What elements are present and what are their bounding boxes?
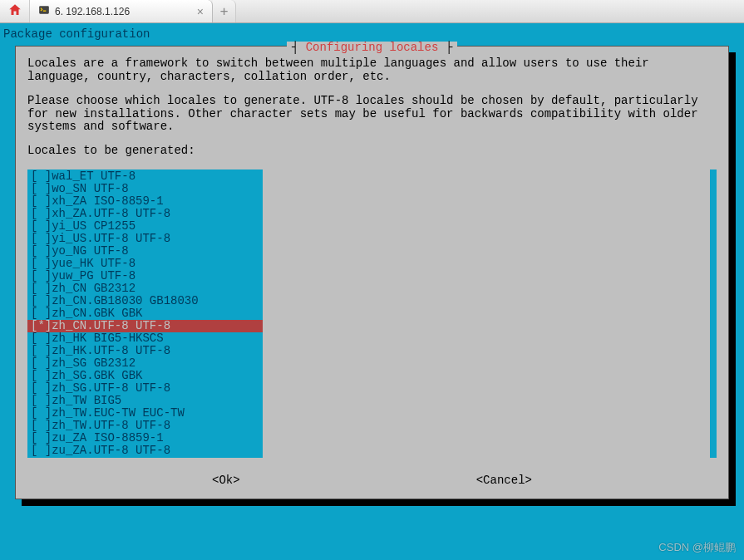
locale-label: yo_NG UTF-8 xyxy=(52,245,128,258)
locale-item[interactable]: [ ] zh_CN.GB18030 GB18030 xyxy=(27,295,263,307)
checkbox-icon[interactable]: [ ] xyxy=(31,382,52,395)
watermark: CSDN @柳鲲鹏 xyxy=(658,540,736,555)
checkbox-icon[interactable]: [ ] xyxy=(31,270,52,282)
locale-item[interactable]: [ ] yue_HK UTF-8 xyxy=(27,258,263,270)
checkbox-icon[interactable]: [ ] xyxy=(31,233,52,245)
locale-item[interactable]: [ ] yi_US.UTF-8 UTF-8 xyxy=(27,233,263,245)
locale-item[interactable]: [ ] zh_TW.UTF-8 UTF-8 xyxy=(27,420,263,432)
checkbox-icon[interactable]: [ ] xyxy=(31,432,52,445)
locale-label: zh_TW.UTF-8 UTF-8 xyxy=(52,420,170,432)
locale-item[interactable]: [ ] zu_ZA.UTF-8 UTF-8 xyxy=(27,445,263,457)
ok-button[interactable]: <Ok> xyxy=(212,474,240,487)
checkbox-icon[interactable]: [ ] xyxy=(31,395,52,407)
scrollbar[interactable] xyxy=(710,169,717,458)
locale-label: zh_CN.GB18030 GB18030 xyxy=(52,295,198,307)
checkbox-icon[interactable]: [ ] xyxy=(31,407,52,420)
checkbox-icon[interactable]: [ ] xyxy=(31,282,52,295)
locale-item[interactable]: [ ] yo_NG UTF-8 xyxy=(27,245,263,258)
locale-item[interactable]: [ ] xh_ZA ISO-8859-1 xyxy=(27,195,263,208)
checkbox-icon[interactable]: [ ] xyxy=(31,183,52,195)
locale-label: xh_ZA ISO-8859-1 xyxy=(52,195,163,208)
checkbox-icon[interactable]: [ ] xyxy=(31,258,52,270)
plus-icon: + xyxy=(220,3,229,19)
locale-item[interactable]: [ ] zh_HK.UTF-8 UTF-8 xyxy=(27,345,263,357)
checkbox-icon[interactable]: [ ] xyxy=(31,170,52,183)
locale-label: zh_SG GB2312 xyxy=(52,357,135,370)
terminal-icon xyxy=(38,4,50,18)
checkbox-icon[interactable]: [ ] xyxy=(31,245,52,258)
locale-list[interactable]: [ ] wal_ET UTF-8[ ] wo_SN UTF-8[ ] xh_ZA… xyxy=(27,169,263,458)
checkbox-icon[interactable]: [ ] xyxy=(31,420,52,432)
locale-label: zh_SG.GBK GBK xyxy=(52,370,142,382)
locale-label: zh_CN.GBK GBK xyxy=(52,307,142,320)
locale-label: yue_HK UTF-8 xyxy=(52,258,135,270)
locale-item[interactable]: [*] zh_CN.UTF-8 UTF-8 xyxy=(27,320,263,332)
checkbox-icon[interactable]: [ ] xyxy=(31,332,52,345)
browser-tab-bar: 6. 192.168.1.126 × + xyxy=(0,0,744,23)
locale-label: xh_ZA.UTF-8 UTF-8 xyxy=(52,208,170,220)
configure-locales-dialog: Configuring locales Locales are a framew… xyxy=(15,46,729,499)
locale-item[interactable]: [ ] xh_ZA.UTF-8 UTF-8 xyxy=(27,208,263,220)
list-label: Locales to be generated: xyxy=(27,145,717,157)
package-config-header: Package configuration xyxy=(0,23,744,42)
checkbox-icon[interactable]: [*] xyxy=(31,320,52,332)
locale-label: zh_CN.UTF-8 UTF-8 xyxy=(52,320,170,332)
locale-label: wal_ET UTF-8 xyxy=(52,170,135,183)
home-icon xyxy=(7,2,22,20)
checkbox-icon[interactable]: [ ] xyxy=(31,195,52,208)
locale-item[interactable]: [ ] yi_US CP1255 xyxy=(27,220,263,233)
locale-label: yi_US.UTF-8 UTF-8 xyxy=(52,233,170,245)
locale-item[interactable]: [ ] wal_ET UTF-8 xyxy=(27,170,263,183)
locale-label: zh_TW BIG5 xyxy=(52,395,121,407)
dialog-title: Configuring locales xyxy=(287,42,457,54)
locale-item[interactable]: [ ] zh_SG.GBK GBK xyxy=(27,370,263,382)
locale-item[interactable]: [ ] zh_SG GB2312 xyxy=(27,357,263,370)
dialog-paragraph-1: Locales are a framework to switch betwee… xyxy=(27,57,717,83)
locale-item[interactable]: [ ] yuw_PG UTF-8 xyxy=(27,270,263,282)
locale-item[interactable]: [ ] zh_HK BIG5-HKSCS xyxy=(27,332,263,345)
locale-item[interactable]: [ ] zh_SG.UTF-8 UTF-8 xyxy=(27,382,263,395)
svg-rect-0 xyxy=(39,6,49,13)
locale-label: zu_ZA.UTF-8 UTF-8 xyxy=(52,445,170,457)
checkbox-icon[interactable]: [ ] xyxy=(31,295,52,307)
locale-label: wo_SN UTF-8 xyxy=(52,183,128,195)
new-tab-button[interactable]: + xyxy=(213,0,236,22)
checkbox-icon[interactable]: [ ] xyxy=(31,345,52,357)
locale-label: zh_TW.EUC-TW EUC-TW xyxy=(52,407,185,420)
checkbox-icon[interactable]: [ ] xyxy=(31,357,52,370)
locale-item[interactable]: [ ] zu_ZA ISO-8859-1 xyxy=(27,432,263,445)
tab-title: 6. 192.168.1.126 xyxy=(55,6,130,17)
locale-label: zh_CN GB2312 xyxy=(52,282,135,295)
locale-label: zu_ZA ISO-8859-1 xyxy=(52,432,163,445)
locale-label: yuw_PG UTF-8 xyxy=(52,270,135,282)
home-button[interactable] xyxy=(0,0,30,22)
checkbox-icon[interactable]: [ ] xyxy=(31,445,52,457)
locale-label: yi_US CP1255 xyxy=(52,220,135,233)
checkbox-icon[interactable]: [ ] xyxy=(31,208,52,220)
locale-label: zh_HK BIG5-HKSCS xyxy=(52,332,163,345)
cancel-button[interactable]: <Cancel> xyxy=(476,474,532,487)
locale-item[interactable]: [ ] wo_SN UTF-8 xyxy=(27,183,263,195)
terminal-area: Package configuration Configuring locale… xyxy=(0,23,744,560)
checkbox-icon[interactable]: [ ] xyxy=(31,307,52,320)
checkbox-icon[interactable]: [ ] xyxy=(31,370,52,382)
locale-item[interactable]: [ ] zh_TW.EUC-TW EUC-TW xyxy=(27,407,263,420)
locale-item[interactable]: [ ] zh_CN GB2312 xyxy=(27,282,263,295)
locale-label: zh_SG.UTF-8 UTF-8 xyxy=(52,382,170,395)
locale-item[interactable]: [ ] zh_TW BIG5 xyxy=(27,395,263,407)
locale-item[interactable]: [ ] zh_CN.GBK GBK xyxy=(27,307,263,320)
locale-label: zh_HK.UTF-8 UTF-8 xyxy=(52,345,170,357)
close-icon[interactable]: × xyxy=(197,5,204,18)
browser-tab[interactable]: 6. 192.168.1.126 × xyxy=(30,0,213,22)
checkbox-icon[interactable]: [ ] xyxy=(31,220,52,233)
dialog-paragraph-2: Please choose which locales to generate.… xyxy=(27,95,717,133)
